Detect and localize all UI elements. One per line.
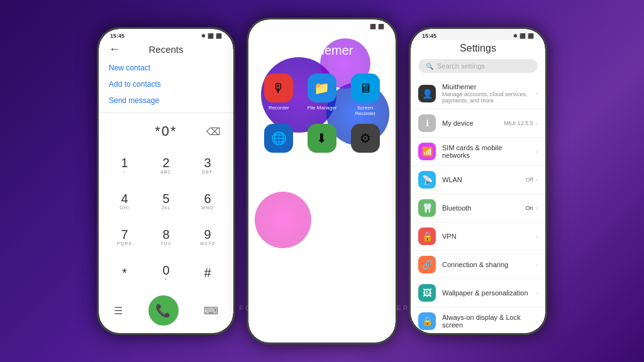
- phone-3-screen: 15:45 ✱ ⬛ ⬛ Settings 🔍 Search settings 👤…: [411, 29, 545, 333]
- dial-key-9[interactable]: 9 WXYZ: [187, 219, 228, 255]
- add-to-contacts-button[interactable]: Add to contacts: [109, 80, 223, 89]
- settings-item-miuithemer[interactable]: 👤 Miuithemer Manage accounts, cloud serv…: [411, 78, 545, 109]
- chevron-icon-5: ›: [536, 233, 538, 240]
- status-icons-1: ✱ ⬛ ⬛: [201, 33, 222, 39]
- app-grid: 🎙 Recorder 📁 File Manager 🖥 Screen Recor…: [248, 74, 396, 161]
- chevron-icon-3: ›: [536, 177, 538, 184]
- wallpaper-text: Wallpaper & personalization: [442, 289, 530, 297]
- dot-3: [326, 171, 328, 173]
- recorder-icon: 🎙: [264, 74, 293, 102]
- recents-header: ← Recents: [99, 40, 233, 61]
- settings-item-mydevice[interactable]: ℹ My device MIUI 12.5.5 ›: [411, 109, 545, 138]
- dial-key-3[interactable]: 3 DEF: [187, 147, 228, 183]
- dial-key-2[interactable]: 2 ABC: [145, 147, 187, 183]
- app-miremote[interactable]: ⚙ Mi Remote: [347, 124, 383, 161]
- vpn-title: VPN: [442, 233, 530, 240]
- downloads-label: Downloads: [309, 155, 335, 161]
- send-message-button[interactable]: Send message: [109, 96, 223, 105]
- wlan-icon: 📡: [418, 171, 436, 189]
- settings-item-bluetooth[interactable]: 🦷 Bluetooth On ›: [411, 194, 545, 222]
- menu-icon[interactable]: ☰: [114, 305, 123, 317]
- phone-3: 15:45 ✱ ⬛ ⬛ Settings 🔍 Search settings 👤…: [409, 27, 547, 335]
- settings-item-vpn[interactable]: 🔒 VPN ›: [411, 222, 545, 251]
- aod-title: Always-on display & Lock screen: [442, 314, 530, 329]
- phone-2-screen: 15:45 ✱ ⬛ ⬛ Miuithemer 🎙 Recorder 📁 File…: [248, 19, 396, 343]
- wallpaper-icon: 🖼: [418, 284, 436, 302]
- app-browser[interactable]: 🌐 Browser: [261, 124, 297, 161]
- new-contact-button[interactable]: New contact: [109, 63, 223, 72]
- phone-2: 15:45 ✱ ⬛ ⬛ Miuithemer 🎙 Recorder 📁 File…: [247, 18, 397, 344]
- mydevice-right: MIUI 12.5.5 ›: [504, 120, 538, 127]
- dial-key-5[interactable]: 5 JKL: [145, 183, 187, 219]
- dialpad-icon[interactable]: ⌨: [204, 305, 218, 317]
- chevron-icon-2: ›: [536, 148, 538, 155]
- status-bar-2: 15:45 ✱ ⬛ ⬛: [248, 19, 396, 31]
- status-icons-3: ✱ ⬛ ⬛: [513, 33, 534, 39]
- browser-icon: 🌐: [264, 124, 293, 153]
- bluetooth-title: Bluetooth: [442, 204, 519, 212]
- app-screenrecorder[interactable]: 🖥 Screen Recorder: [347, 74, 383, 116]
- settings-item-wallpaper[interactable]: 🖼 Wallpaper & personalization ›: [411, 279, 545, 307]
- dialpad: 1 ~ 2 ABC 3 DEF 4 GHI 5 JKL 6 MNO: [99, 147, 233, 290]
- settings-item-aod[interactable]: 🔒 Always-on display & Lock screen ›: [411, 307, 545, 333]
- dial-display: *0* ⌫: [99, 116, 233, 147]
- settings-item-sim[interactable]: 📶 SIM cards & mobile networks ›: [411, 138, 545, 166]
- recents-title: Recents: [148, 44, 183, 55]
- downloads-icon: ⬇: [308, 124, 336, 153]
- status-bar-3: 15:45 ✱ ⬛ ⬛: [411, 29, 545, 40]
- miuithemer-text: Miuithemer Manage accounts, cloud servic…: [442, 83, 530, 104]
- miremote-label: Mi Remote: [353, 155, 377, 161]
- settings-item-wlan[interactable]: 📡 WLAN Off ›: [411, 166, 545, 194]
- wlan-title: WLAN: [442, 176, 519, 184]
- browser-label: Browser: [270, 155, 288, 161]
- dial-key-8[interactable]: 8 TUV: [145, 219, 187, 255]
- miuithemer-title: Miuithemer: [442, 83, 530, 90]
- filemanager-label: File Manager: [308, 105, 337, 111]
- search-placeholder: Search settings: [437, 62, 485, 70]
- wlan-text: WLAN: [442, 176, 519, 184]
- settings-title: Settings: [411, 40, 545, 59]
- mydevice-text: My device: [442, 119, 497, 127]
- miuithemer-icon: 👤: [418, 85, 436, 102]
- dial-key-hash[interactable]: #: [187, 255, 228, 290]
- chevron-icon-7: ›: [536, 290, 538, 297]
- phone1-bottom-bar: ☰ 📞 ⌨: [99, 290, 233, 333]
- search-icon: 🔍: [426, 63, 433, 70]
- screenrecorder-icon: 🖥: [351, 74, 380, 102]
- app-recorder[interactable]: 🎙 Recorder: [261, 74, 297, 116]
- connection-icon: 🔗: [418, 256, 436, 273]
- mydevice-title: My device: [442, 119, 497, 127]
- app-filemanager[interactable]: 📁 File Manager: [304, 74, 340, 116]
- dial-key-1[interactable]: 1 ~: [104, 147, 145, 183]
- wallpaper-title: Wallpaper & personalization: [442, 289, 530, 297]
- app-downloads[interactable]: ⬇ Downloads: [304, 124, 340, 161]
- wlan-right: Off ›: [526, 177, 538, 184]
- screenrecorder-label: Screen Recorder: [347, 105, 383, 116]
- sim-text: SIM cards & mobile networks: [442, 144, 530, 159]
- status-icons-2: ✱ ⬛ ⬛: [364, 24, 384, 30]
- aod-text: Always-on display & Lock screen: [442, 314, 530, 329]
- connection-title: Connection & sharing: [442, 261, 530, 268]
- settings-item-connection[interactable]: 🔗 Connection & sharing ›: [411, 251, 545, 279]
- dial-key-6[interactable]: 6 MNO: [187, 183, 228, 219]
- call-button[interactable]: 📞: [148, 295, 179, 326]
- chevron-icon-1: ›: [536, 120, 538, 127]
- dial-key-star[interactable]: *: [104, 255, 145, 290]
- dot-1: [316, 171, 318, 173]
- chevron-icon-0: ›: [536, 90, 538, 97]
- filemanager-icon: 📁: [308, 74, 336, 102]
- dial-key-7[interactable]: 7 PQRS: [104, 219, 145, 255]
- vpn-icon: 🔒: [418, 228, 436, 245]
- backspace-icon[interactable]: ⌫: [206, 126, 221, 138]
- sim-title: SIM cards & mobile networks: [442, 144, 530, 159]
- miremote-icon: ⚙: [351, 124, 380, 153]
- status-bar-1: 15:45 ✱ ⬛ ⬛: [99, 29, 233, 40]
- dial-key-4[interactable]: 4 GHI: [104, 183, 145, 219]
- dial-key-0[interactable]: 0 +: [145, 255, 187, 290]
- back-button[interactable]: ←: [109, 43, 120, 56]
- phone-1: 15:45 ✱ ⬛ ⬛ ← Recents New contact Add to…: [97, 27, 235, 335]
- miui-version: MIUI 12.5.5: [504, 120, 533, 126]
- search-bar[interactable]: 🔍 Search settings: [418, 59, 538, 73]
- bluetooth-text: Bluetooth: [442, 204, 519, 212]
- connection-text: Connection & sharing: [442, 261, 530, 268]
